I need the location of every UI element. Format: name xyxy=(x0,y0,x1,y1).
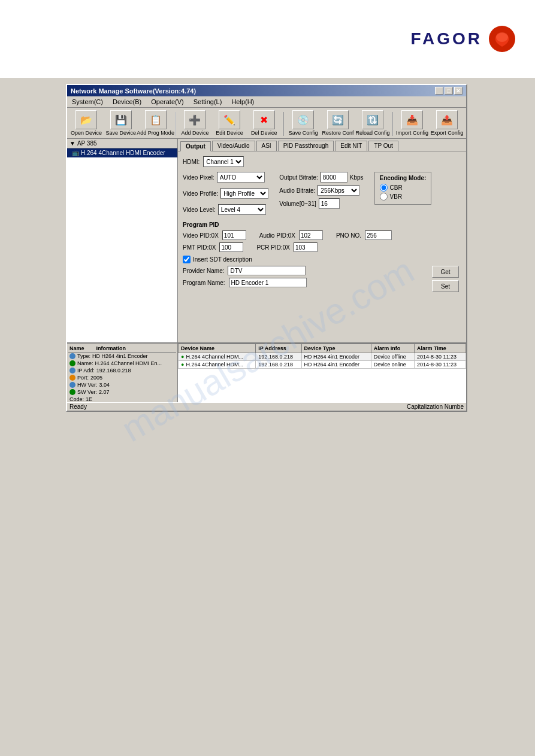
tab-pid-passthrough[interactable]: PID Passthrough xyxy=(278,141,334,151)
provider-name-label: Provider Name: xyxy=(183,268,224,274)
cbr-radio[interactable] xyxy=(380,184,388,192)
title-bar-buttons: _ □ ✕ xyxy=(435,87,463,95)
port-icon xyxy=(69,375,75,381)
program-name-row: Program Name: xyxy=(183,278,461,287)
reload-config-button[interactable]: 🔃 Reload Config xyxy=(357,110,388,136)
hw-value: 3.04 xyxy=(99,382,110,388)
menu-help[interactable]: Help(H) xyxy=(229,98,256,106)
pmt-pid-input[interactable] xyxy=(219,242,243,252)
vbr-label: VBR xyxy=(390,193,403,200)
save-device-button[interactable]: 💾 Save Device xyxy=(105,110,137,136)
table-row[interactable]: ●H.264 4Channel HDM... 192.168.0.218 HD … xyxy=(179,353,466,361)
alarm-info-cell: Device online xyxy=(371,361,414,369)
set-button[interactable]: Set xyxy=(432,280,459,292)
col-device-name: Device Name xyxy=(179,344,256,353)
save-device-label: Save Device xyxy=(106,130,137,136)
minimize-button[interactable]: _ xyxy=(435,87,443,95)
add-device-button[interactable]: ➕ Add Device xyxy=(180,110,211,136)
tab-tp-out[interactable]: TP Out xyxy=(368,141,398,151)
hdmi-select[interactable]: Channel 1 Channel 2 Channel 3 Channel 4 xyxy=(203,156,244,167)
video-pid-row: Video PID:0X Audio PID:0X PNO NO. xyxy=(183,230,461,240)
get-set-buttons: Get Set xyxy=(432,266,459,292)
device-name-cell: ●H.264 4Channel HDM... xyxy=(179,353,256,361)
menu-device[interactable]: Device(B) xyxy=(110,98,144,106)
cbr-radio-row: CBR xyxy=(380,184,427,192)
add-device-label: Add Device xyxy=(181,130,208,136)
sw-icon xyxy=(69,389,75,395)
export-config-label: Export Config xyxy=(431,130,464,136)
hw-icon xyxy=(69,382,75,388)
video-level-select[interactable]: Level 4 Level 3.1 Level 3 xyxy=(218,204,266,215)
pcr-pid-input[interactable] xyxy=(294,242,318,252)
close-button[interactable]: ✕ xyxy=(454,87,463,95)
open-device-label: Open Device xyxy=(71,130,102,136)
content-area: ▼ AP 385 📺 H.264 4Channel HDMI Encoder O… xyxy=(67,139,466,342)
insert-sdt-label: Insert SDT description xyxy=(193,256,252,263)
top-area: FAGOR xyxy=(0,0,535,78)
save-config-label: Save Config xyxy=(289,130,318,136)
export-config-icon: 📤 xyxy=(436,110,458,129)
title-bar: Network Manage Software(Version:4.74) _ … xyxy=(67,85,466,96)
right-panel: Output Video/Audio ASI PID Passthrough E… xyxy=(178,139,466,294)
pno-no-input[interactable] xyxy=(365,230,392,240)
program-name-label: Program Name: xyxy=(183,280,225,286)
menu-system[interactable]: System(C) xyxy=(69,98,105,106)
add-prog-mode-button[interactable]: 📋 Add Prog Mode xyxy=(140,110,171,136)
tree-panel: ▼ AP 385 📺 H.264 4Channel HDMI Encoder xyxy=(67,139,178,342)
vbr-radio-row: VBR xyxy=(380,193,427,201)
ip-address-cell: 192.168.0.218 xyxy=(256,353,301,361)
vbr-radio[interactable] xyxy=(380,193,388,201)
export-config-button[interactable]: 📤 Export Config xyxy=(431,110,463,136)
edit-device-button[interactable]: ✏️ Edit Device xyxy=(214,110,245,136)
restore-conf-button[interactable]: 🔄 Restore Conf xyxy=(322,110,353,136)
video-profile-label: Video Profile: xyxy=(183,190,218,197)
open-device-button[interactable]: 📂 Open Device xyxy=(71,110,102,136)
ip-value: 192.168.0.218 xyxy=(96,368,131,374)
hdmi-row: HDMI: Channel 1 Channel 2 Channel 3 Chan… xyxy=(183,156,461,167)
alarm-info-cell: Device offline xyxy=(371,353,414,361)
tab-edit-nit[interactable]: Edit NIT xyxy=(335,141,367,151)
video-pid-input[interactable] xyxy=(222,230,246,240)
video-profile-select[interactable]: High Profile Main Profile Baseline xyxy=(220,188,268,199)
video-pid-label: Video PID:0X xyxy=(183,232,219,239)
info-info-col: Information xyxy=(96,345,126,351)
tab-video-audio[interactable]: Video/Audio xyxy=(212,141,255,151)
sw-value: 2.07 xyxy=(99,389,110,395)
tree-child-item[interactable]: 📺 H.264 4Channel HDMI Encoder xyxy=(67,148,177,157)
window-title: Network Manage Software(Version:4.74) xyxy=(71,87,196,95)
menu-setting[interactable]: Setting(L) xyxy=(191,98,225,106)
audio-bitrate-select[interactable]: 256Kbps 128Kbps 64Kbps xyxy=(318,185,359,196)
table-row[interactable]: ●H.264 4Channel HDM... 192.168.0.218 HD … xyxy=(179,361,466,369)
code-label: Code: xyxy=(69,396,84,402)
audio-pid-input[interactable] xyxy=(299,230,323,240)
get-button[interactable]: Get xyxy=(432,266,459,278)
import-config-button[interactable]: 📥 Import Config xyxy=(397,110,428,136)
del-device-icon: ✖ xyxy=(253,110,275,129)
provider-section: Provider Name: Program Name: Get Set xyxy=(183,266,461,287)
output-bitrate-input[interactable] xyxy=(321,172,347,183)
device-table: Device Name IP Address Device Type Alarm… xyxy=(178,344,466,369)
info-type-row: Type: HD H264 4in1 Encoder xyxy=(68,353,176,360)
volume-input[interactable] xyxy=(319,198,340,209)
del-device-label: Del Device xyxy=(251,130,277,136)
alarm-time-cell: 2014-8-30 11:23 xyxy=(415,361,466,369)
col-alarm-time: Alarm Time xyxy=(415,344,466,353)
info-header: Name Information xyxy=(68,345,176,353)
provider-name-input[interactable] xyxy=(228,266,306,275)
encoding-mode-box: Encoding Mode: CBR VBR xyxy=(374,172,432,205)
maximize-button[interactable]: □ xyxy=(445,87,453,95)
video-pixel-select[interactable]: AUTO 720x480 1280x720 1920x1080 xyxy=(217,172,265,183)
save-config-icon: 💿 xyxy=(292,110,314,129)
tab-output[interactable]: Output xyxy=(180,141,211,151)
main-window: Network Manage Software(Version:4.74) _ … xyxy=(66,84,467,412)
bottom-info: Name Information Type: HD H264 4in1 Enco… xyxy=(67,342,466,402)
menu-operate[interactable]: Operate(V) xyxy=(149,98,186,106)
info-hw-row: HW Ver: 3.04 xyxy=(68,381,176,388)
del-device-button[interactable]: ✖ Del Device xyxy=(249,110,280,136)
right-panel-wrapper: Output Video/Audio ASI PID Passthrough E… xyxy=(178,139,466,342)
col-ip-address: IP Address xyxy=(256,344,301,353)
program-name-input[interactable] xyxy=(229,278,307,287)
save-config-button[interactable]: 💿 Save Config xyxy=(288,110,319,136)
tab-asi[interactable]: ASI xyxy=(256,141,277,151)
insert-sdt-checkbox[interactable] xyxy=(183,256,191,263)
